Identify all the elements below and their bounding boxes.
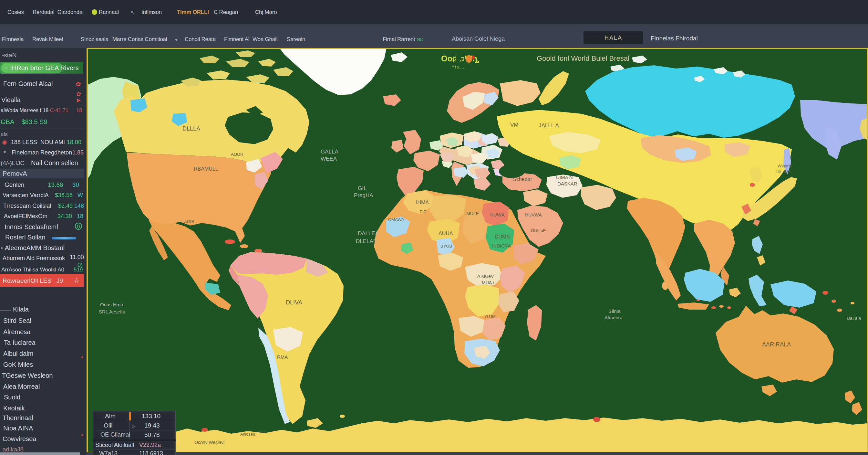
svg-text:MULE: MULE: [466, 211, 479, 216]
svg-text:Schedar: Schedar: [513, 176, 532, 182]
svg-text:VM: VM: [510, 122, 519, 128]
svg-text:Almeera: Almeera: [604, 315, 623, 320]
svg-text:HUVWA: HUVWA: [525, 212, 542, 218]
svg-text:Weetrla: Weetrla: [778, 164, 792, 168]
svg-text:7LUM: 7LUM: [485, 314, 496, 319]
svg-text:RMA: RMA: [277, 354, 288, 360]
svg-text:PregHA: PregHA: [354, 192, 373, 198]
svg-text:WEEA: WEEA: [321, 156, 337, 162]
svg-text:DaLaia: DaLaia: [847, 316, 861, 321]
svg-text:OMAWA: OMAWA: [388, 217, 404, 222]
svg-text:BYOB: BYOB: [440, 244, 452, 249]
svg-text:AOIR: AOIR: [184, 219, 194, 224]
svg-text:UlLeMA: UlLeMA: [776, 169, 792, 174]
svg-text:DASKAR: DASKAR: [557, 181, 578, 187]
svg-text:IHMA: IHMA: [416, 200, 429, 205]
svg-text:Goold fonl World Bulel Bresal: Goold fonl World Bulel Bresal: [537, 54, 629, 62]
svg-text:MUA /: MUA /: [482, 280, 494, 285]
svg-text:GIL: GIL: [358, 185, 367, 191]
svg-text:AAR RALA: AAR RALA: [762, 341, 791, 348]
svg-text:DALLEA: DALLEA: [358, 230, 379, 236]
svg-text:KUWA: KUWA: [490, 212, 504, 218]
svg-text:GALLA: GALLA: [321, 149, 338, 155]
svg-text:DLIVA: DLIVA: [286, 299, 302, 306]
svg-text:RBAMULL: RBAMULL: [194, 166, 218, 172]
svg-text:DLLLA: DLLLA: [182, 125, 200, 132]
svg-text:SIlnia: SIlnia: [609, 308, 621, 314]
svg-text:DUMA: DUMA: [495, 234, 510, 239]
svg-text:AUUA: AUUA: [438, 231, 453, 236]
svg-text:INDICRA: INDICRA: [492, 243, 511, 249]
svg-text:Ouas Hma: Ouas Hma: [100, 302, 123, 307]
svg-text:DLELAN: DLELAN: [356, 238, 377, 244]
svg-text:Oconv Weslavl: Oconv Weslavl: [194, 440, 224, 445]
svg-text:º f x....: º f x....: [452, 65, 464, 69]
svg-text:AOOR: AOOR: [231, 152, 243, 157]
svg-text:Awoseo: Awoseo: [240, 432, 255, 436]
svg-text:A MUeV: A MUeV: [477, 274, 494, 279]
svg-text:SRL Aeselta: SRL Aeselta: [99, 309, 126, 314]
svg-text:JALLL A: JALLL A: [538, 122, 559, 129]
svg-text:OUILaE: OUILaE: [531, 228, 546, 233]
svg-text:UIMA N: UIMA N: [556, 174, 573, 180]
svg-text:EIO: EIO: [420, 210, 427, 214]
svg-text:Dorea: Dorea: [258, 430, 266, 434]
